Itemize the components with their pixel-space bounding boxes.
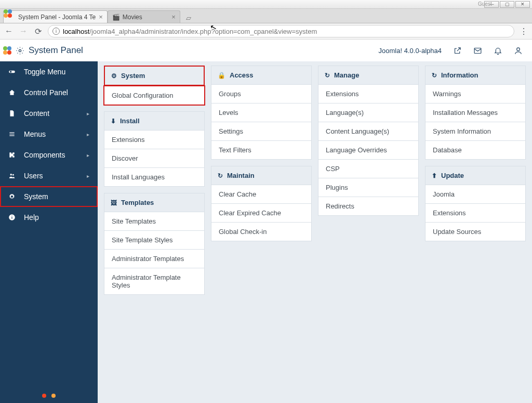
- sidebar-item-help[interactable]: Help: [0, 207, 98, 228]
- card-item[interactable]: System Information: [425, 122, 526, 141]
- mail-icon[interactable]: [473, 46, 482, 55]
- sidebar-item-label: Control Panel: [24, 88, 68, 97]
- card-title: Information: [441, 71, 478, 79]
- card-item[interactable]: Discover: [104, 149, 205, 168]
- file-icon: [8, 110, 17, 117]
- upload-icon: ⬆: [432, 172, 437, 179]
- sidebar-item-components[interactable]: Components▸: [0, 145, 98, 165]
- svg-point-0: [19, 49, 21, 51]
- card-header-templates: 🖼Templates: [104, 193, 205, 212]
- card-title: Install: [120, 117, 140, 125]
- new-tab-button[interactable]: ▱: [182, 12, 195, 23]
- card-item[interactable]: CSP: [318, 160, 419, 178]
- svg-rect-8: [11, 217, 12, 219]
- app-root: System Panel Joomla! 4.0.0-alpha4 Toggle…: [0, 40, 532, 403]
- tab-title: Movies: [123, 14, 142, 21]
- card-item[interactable]: Clear Expired Cache: [211, 204, 312, 223]
- card-item[interactable]: Administrator Templates: [104, 250, 205, 268]
- puzzle-icon: [8, 151, 17, 159]
- card-item[interactable]: Plugins: [318, 178, 419, 197]
- card-header-maintain: ↻Maintain: [211, 166, 312, 185]
- sidebar-item-label: Content: [24, 109, 49, 118]
- sidebar-item-label: Users: [24, 172, 43, 180]
- card-item[interactable]: Install Languages: [104, 168, 205, 187]
- app-topbar: System Panel Joomla! 4.0.0-alpha4: [0, 40, 532, 61]
- card-item[interactable]: Extensions: [318, 84, 419, 103]
- users-icon: [8, 172, 17, 179]
- card-item[interactable]: Joomla: [425, 185, 526, 204]
- svg-rect-3: [9, 71, 15, 73]
- info-icon: [8, 214, 17, 221]
- card-item[interactable]: Update Sources: [425, 223, 526, 241]
- browser-toolbar: ← → ⟳ i localhost/joomla4_alpha4/adminis…: [0, 23, 532, 40]
- card-title: Templates: [121, 199, 154, 206]
- os-guest-label: Guest: [478, 1, 492, 7]
- svg-point-2: [517, 47, 520, 50]
- card-title: Maintain: [227, 172, 255, 179]
- card-item[interactable]: Clear Cache: [211, 185, 312, 204]
- card-item[interactable]: Database: [425, 141, 526, 160]
- sidebar-item-menus[interactable]: Menus▸: [0, 124, 98, 145]
- forward-button[interactable]: →: [19, 27, 28, 36]
- card-item[interactable]: Site Template Styles: [104, 231, 205, 250]
- bell-icon[interactable]: [494, 46, 502, 55]
- card-item[interactable]: Groups: [211, 84, 312, 103]
- content-grid: ⚙SystemGlobal Configuration⬇InstallExten…: [98, 61, 532, 403]
- browser-tab-active[interactable]: System Panel - Joomla 4 Te ×: [3, 10, 108, 23]
- sidebar-item-users[interactable]: Users▸: [0, 165, 98, 186]
- user-icon[interactable]: [514, 46, 523, 55]
- svg-point-9: [11, 215, 12, 216]
- card-item[interactable]: Redirects: [318, 197, 419, 216]
- browser-tabstrip: System Panel - Joomla 4 Te × 🎬 Movies × …: [0, 9, 532, 23]
- svg-point-6: [12, 174, 14, 176]
- address-bar[interactable]: i localhost/joomla4_alpha4/administrator…: [48, 25, 514, 37]
- card-item[interactable]: Administrator Template Styles: [104, 268, 205, 295]
- refresh-icon: ↻: [325, 72, 330, 79]
- home-icon: [8, 89, 17, 96]
- card-item[interactable]: Extensions: [104, 130, 205, 149]
- card-header-update: ⬆Update: [425, 166, 526, 185]
- browser-menu-button[interactable]: ⋮: [520, 27, 528, 36]
- external-link-icon[interactable]: [453, 46, 462, 55]
- close-icon[interactable]: ×: [99, 13, 103, 21]
- svg-point-5: [10, 174, 12, 176]
- url-path: /joomla4_alpha4/administrator/index.php?…: [89, 28, 317, 35]
- os-titlebar: Guest — ▢ ✕: [0, 0, 532, 9]
- card-item[interactable]: Extensions: [425, 204, 526, 223]
- version-label[interactable]: Joomla! 4.0.0-alpha4: [379, 47, 442, 55]
- card-item[interactable]: Global Check-in: [211, 223, 312, 241]
- card-item[interactable]: Settings: [211, 122, 312, 141]
- card-item[interactable]: Installation Messages: [425, 103, 526, 122]
- card-item[interactable]: Site Templates: [104, 212, 205, 231]
- joomla-favicon: [8, 14, 15, 21]
- card-item[interactable]: Language Overrides: [318, 141, 419, 160]
- sidebar-item-label: Help: [24, 213, 39, 222]
- card-item[interactable]: Global Configuration: [104, 86, 205, 105]
- card-item[interactable]: Content Language(s): [318, 122, 419, 141]
- chevron-right-icon: ▸: [87, 132, 89, 137]
- os-maximize-button[interactable]: ▢: [500, 1, 514, 8]
- tab-title: System Panel - Joomla 4 Te: [18, 14, 96, 21]
- sidebar-item-control-panel[interactable]: Control Panel: [0, 82, 98, 103]
- download-icon: ⬇: [111, 118, 116, 125]
- back-button[interactable]: ←: [4, 27, 14, 36]
- reload-button[interactable]: ⟳: [33, 27, 43, 36]
- sidebar-item-content[interactable]: Content▸: [0, 103, 98, 124]
- chevron-right-icon: ▸: [87, 173, 89, 179]
- site-info-icon[interactable]: i: [52, 28, 60, 35]
- os-close-button[interactable]: ✕: [515, 1, 530, 8]
- sidebar-item-label: System: [24, 192, 48, 201]
- page-title: System Panel: [29, 45, 83, 56]
- card-item[interactable]: Language(s): [318, 103, 419, 122]
- close-icon[interactable]: ×: [171, 13, 176, 21]
- card-item[interactable]: Warnings: [425, 84, 526, 103]
- sidebar-item-system[interactable]: System: [0, 186, 98, 207]
- card-item[interactable]: Text Filters: [211, 141, 312, 160]
- card-title: Manage: [334, 71, 359, 79]
- browser-tab-inactive[interactable]: 🎬 Movies ×: [108, 10, 180, 23]
- sidebar-item-toggle-menu[interactable]: Toggle Menu: [0, 61, 98, 82]
- card-header-access: 🔒Access: [211, 66, 312, 84]
- image-icon: 🖼: [111, 199, 117, 206]
- card-item[interactable]: Levels: [211, 103, 312, 122]
- toggle-icon: [8, 68, 17, 75]
